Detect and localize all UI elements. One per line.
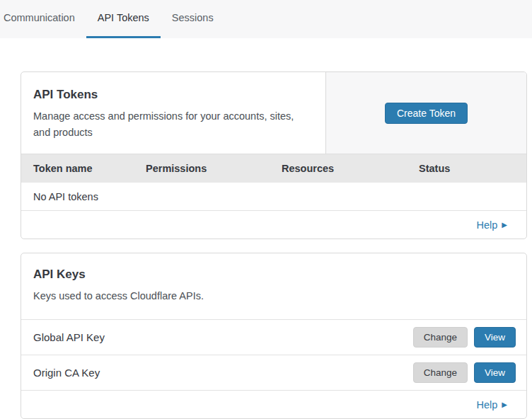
no-api-tokens-text: No API tokens — [33, 191, 98, 202]
column-header-status: Status — [419, 163, 526, 174]
create-token-button[interactable]: Create Token — [385, 103, 468, 124]
profile-content: API Tokens Manage access and permissions… — [0, 38, 532, 419]
api-key-row-global: Global API Key Change View — [21, 320, 526, 355]
api-tokens-card-footer: Help ▶ — [21, 211, 526, 239]
api-tokens-card-action-panel: Create Token — [325, 72, 526, 154]
tab-bar: Communication API Tokens Sessions — [0, 0, 532, 38]
view-global-api-key-button[interactable]: View — [474, 327, 516, 348]
tokens-table-header: Token name Permissions Resources Status — [21, 154, 526, 183]
help-link-label: Help — [476, 219, 497, 231]
api-keys-description: Keys used to access Cloudflare APIs. — [33, 288, 296, 304]
api-key-row-origin-ca: Origin CA Key Change View — [21, 355, 526, 391]
api-tokens-card-header-text: API Tokens Manage access and permissions… — [21, 72, 325, 154]
column-header-token-name: Token name — [33, 163, 146, 174]
api-keys-help-link[interactable]: Help ▶ — [476, 399, 507, 411]
api-keys-title: API Keys — [33, 268, 514, 282]
global-api-key-label: Global API Key — [33, 331, 105, 343]
column-header-permissions: Permissions — [146, 163, 282, 174]
column-header-resources: Resources — [282, 163, 419, 174]
tab-api-tokens[interactable]: API Tokens — [86, 0, 161, 38]
tab-communication[interactable]: Communication — [4, 0, 86, 38]
api-keys-card-footer: Help ▶ — [21, 391, 526, 418]
api-tokens-description: Manage access and permissions for your a… — [33, 108, 296, 141]
view-origin-ca-key-button[interactable]: View — [474, 362, 516, 383]
origin-ca-key-label: Origin CA Key — [33, 367, 100, 379]
api-tokens-card: API Tokens Manage access and permissions… — [21, 71, 527, 239]
tab-sessions[interactable]: Sessions — [161, 0, 225, 38]
help-link-label: Help — [476, 399, 497, 411]
api-tokens-help-link[interactable]: Help ▶ — [476, 219, 507, 231]
api-tokens-card-header: API Tokens Manage access and permissions… — [21, 72, 526, 154]
change-global-api-key-button[interactable]: Change — [413, 327, 468, 348]
tokens-empty-row: No API tokens — [21, 183, 526, 211]
help-arrow-icon: ▶ — [502, 401, 507, 408]
help-arrow-icon: ▶ — [502, 221, 507, 229]
api-keys-card: API Keys Keys used to access Cloudflare … — [21, 253, 527, 419]
origin-ca-key-actions: Change View — [413, 362, 516, 383]
api-tokens-title: API Tokens — [33, 88, 313, 102]
api-keys-card-header: API Keys Keys used to access Cloudflare … — [21, 253, 526, 320]
global-api-key-actions: Change View — [413, 327, 516, 348]
change-origin-ca-key-button[interactable]: Change — [413, 362, 468, 383]
